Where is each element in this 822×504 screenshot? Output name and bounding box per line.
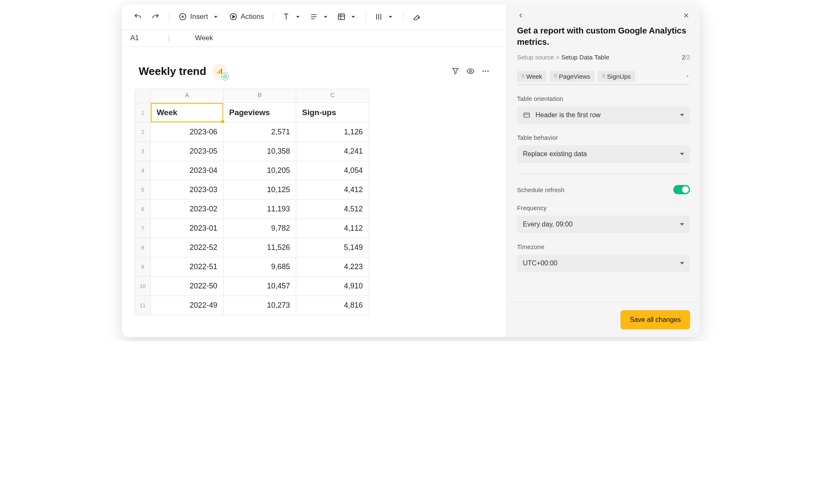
row-number[interactable]: 10: [135, 277, 151, 296]
data-cell[interactable]: 4,054: [296, 161, 369, 180]
column-header[interactable]: A: [151, 89, 224, 103]
cell-id[interactable]: A1: [130, 34, 143, 42]
layout-button[interactable]: [372, 9, 397, 24]
schedule-toggle[interactable]: [673, 185, 690, 194]
row-number[interactable]: 7: [135, 219, 151, 238]
data-cell[interactable]: 11,193: [224, 200, 297, 219]
chevron-up-icon[interactable]: [685, 73, 690, 80]
column-pill[interactable]: ⠿SignUps: [598, 71, 635, 82]
column-header[interactable]: C: [296, 89, 369, 103]
row-number[interactable]: 4: [135, 161, 151, 180]
undo-button[interactable]: [130, 9, 145, 24]
row-number[interactable]: 1: [135, 103, 151, 122]
eraser-button[interactable]: [409, 9, 424, 24]
behavior-dropdown[interactable]: Replace existing data: [517, 145, 690, 163]
data-cell[interactable]: 4,112: [296, 219, 369, 238]
data-cell[interactable]: 10,457: [224, 277, 297, 296]
back-icon[interactable]: [517, 12, 525, 19]
row-number[interactable]: 3: [135, 142, 151, 161]
eye-icon[interactable]: [466, 67, 475, 75]
panel-title: Get a report with custom Google Analytic…: [517, 25, 690, 48]
data-cell[interactable]: 4,412: [296, 180, 369, 199]
data-cell[interactable]: 9,685: [224, 257, 297, 276]
data-cell[interactable]: 2023-02: [151, 200, 224, 219]
column-pills[interactable]: ⠿Week⠿PageViews⠿SignUps: [517, 68, 690, 85]
data-cell[interactable]: 4,910: [296, 277, 369, 296]
data-cell[interactable]: 4,816: [296, 296, 369, 315]
row-number[interactable]: 2: [135, 123, 151, 141]
save-button[interactable]: Save all changes: [620, 310, 690, 329]
table-options-button[interactable]: [335, 9, 360, 24]
panel-footer: Save all changes: [507, 302, 700, 337]
column-pill[interactable]: ⠿Week: [517, 71, 546, 82]
data-cell[interactable]: 9,782: [224, 219, 297, 238]
row-number[interactable]: 11: [135, 296, 151, 315]
breadcrumb-prev[interactable]: Setup source: [517, 54, 554, 61]
data-cell[interactable]: 4,512: [296, 200, 369, 219]
separator: [403, 12, 403, 22]
column-pill[interactable]: ⠿PageViews: [550, 71, 595, 82]
redo-button[interactable]: [148, 9, 163, 24]
panel-header: Get a report with custom Google Analytic…: [507, 4, 700, 54]
data-cell[interactable]: 2023-04: [151, 161, 224, 180]
row-number[interactable]: 8: [135, 238, 151, 257]
frequency-dropdown[interactable]: Every day, 09:00: [517, 216, 690, 233]
data-cell[interactable]: 2022-51: [151, 257, 224, 276]
cell-value[interactable]: Week: [195, 34, 213, 42]
behavior-label: Table behavior: [517, 134, 690, 141]
svg-point-7: [470, 70, 472, 72]
drag-handle-icon: ⠿: [602, 74, 605, 79]
data-cell[interactable]: 2022-50: [151, 277, 224, 296]
data-cell[interactable]: 2022-52: [151, 238, 224, 257]
column-header[interactable]: B: [224, 89, 297, 103]
filter-icon[interactable]: [451, 67, 460, 75]
data-cell[interactable]: 1,126: [296, 123, 369, 141]
close-icon[interactable]: [682, 12, 690, 19]
data-cell[interactable]: 2023-01: [151, 219, 224, 238]
data-cell[interactable]: 2023-03: [151, 180, 224, 199]
divider: [517, 174, 690, 174]
data-cell[interactable]: 2023-06: [151, 123, 224, 141]
orientation-dropdown[interactable]: Header is the first row: [517, 106, 690, 124]
data-cell[interactable]: 2022-49: [151, 296, 224, 315]
data-cell[interactable]: 4,241: [296, 142, 369, 161]
data-cell[interactable]: 4,223: [296, 257, 369, 276]
chevron-down-icon: [349, 13, 357, 21]
separator: [366, 12, 366, 22]
svg-rect-2: [339, 14, 345, 19]
row-number[interactable]: 9: [135, 257, 151, 276]
breadcrumb-path: Setup source > Setup Data Table: [517, 54, 609, 61]
more-icon[interactable]: [481, 67, 490, 75]
drag-handle-icon: ⠿: [554, 74, 556, 79]
row-number[interactable]: 5: [135, 180, 151, 199]
svg-point-9: [485, 70, 486, 72]
actions-label: Actions: [241, 13, 264, 21]
row-number[interactable]: 6: [135, 200, 151, 219]
timezone-dropdown[interactable]: UTC+00:00: [517, 255, 690, 272]
data-cell[interactable]: 2,571: [224, 123, 297, 141]
data-cell[interactable]: 10,358: [224, 142, 297, 161]
data-cell[interactable]: 10,273: [224, 296, 297, 315]
data-grid[interactable]: ABC1WeekPageviewsSign-ups22023-062,5711,…: [134, 89, 369, 315]
align-button[interactable]: [307, 9, 332, 24]
google-analytics-icon: [212, 64, 227, 79]
data-cell[interactable]: 2023-05: [151, 142, 224, 161]
actions-button[interactable]: Actions: [226, 9, 268, 24]
text-format-button[interactable]: [279, 9, 305, 24]
data-cell[interactable]: 11,526: [224, 238, 297, 257]
chevron-down-icon: [212, 13, 220, 21]
data-cell[interactable]: 10,205: [224, 161, 297, 180]
data-cell[interactable]: 10,125: [224, 180, 297, 199]
data-cell[interactable]: 5,149: [296, 238, 369, 257]
schedule-indicator-icon: [221, 73, 229, 80]
header-cell[interactable]: Pageviews: [223, 103, 296, 122]
chevron-down-icon: [321, 13, 330, 21]
insert-button[interactable]: Insert: [175, 9, 223, 24]
main-area: Insert Actions: [122, 4, 507, 337]
svg-rect-3: [217, 72, 218, 74]
side-panel: Get a report with custom Google Analytic…: [507, 4, 700, 337]
app-window: Insert Actions: [122, 4, 700, 337]
table-actions: [451, 67, 490, 75]
header-cell[interactable]: Sign-ups: [296, 103, 369, 122]
header-cell[interactable]: Week: [151, 103, 223, 122]
